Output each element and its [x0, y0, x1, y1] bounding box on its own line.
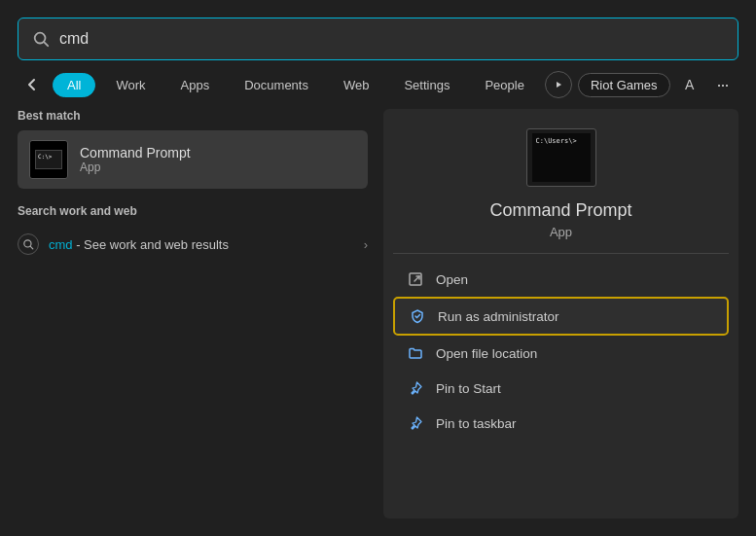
svg-line-4 [30, 246, 33, 249]
best-match-type: App [80, 161, 191, 174]
tab-work[interactable]: Work [101, 73, 160, 97]
action-pin-start-label: Pin to Start [436, 381, 501, 396]
search-work-icon [18, 233, 39, 255]
tab-settings[interactable]: Settings [389, 73, 464, 97]
search-window: cmd All Work Apps Documents Web Settings… [0, 0, 756, 536]
action-run-as-admin[interactable]: Run as administrator [393, 297, 729, 336]
svg-marker-2 [557, 82, 561, 88]
action-list: Open Run as administrator [393, 262, 729, 441]
tab-documents[interactable]: Documents [230, 73, 323, 97]
search-work-label: Search work and web [18, 204, 368, 218]
search-input[interactable]: cmd [59, 30, 724, 48]
pin-start-icon [407, 379, 424, 397]
svg-line-1 [44, 42, 48, 46]
filter-tabs: All Work Apps Documents Web Settings Peo… [0, 70, 756, 99]
cmd-icon-inner [35, 150, 62, 169]
action-pin-to-taskbar[interactable]: Pin to taskbar [393, 406, 729, 441]
shield-icon [409, 307, 426, 325]
best-match-name: Command Prompt [80, 145, 191, 161]
open-icon [407, 270, 424, 288]
right-panel: Command Prompt App Open [383, 109, 738, 518]
tab-more-options[interactable]: ··· [709, 71, 737, 98]
search-work-item[interactable]: cmd - See work and web results › [18, 228, 368, 261]
tab-font-a[interactable]: A [676, 71, 703, 98]
folder-icon [407, 344, 424, 362]
search-icon [32, 30, 50, 48]
best-match-item[interactable]: Command Prompt App [18, 130, 368, 189]
left-panel: Best match Command Prompt App Search wor… [18, 109, 368, 518]
main-content: Best match Command Prompt App Search wor… [0, 109, 756, 536]
tab-all[interactable]: All [53, 73, 95, 97]
app-type-large: App [550, 225, 572, 239]
tab-riot-games[interactable]: Riot Games [578, 73, 670, 97]
action-open-file-location[interactable]: Open file location [393, 336, 729, 371]
back-button[interactable] [18, 70, 47, 99]
more-tabs-button[interactable] [545, 71, 572, 98]
cmd-app-icon [29, 140, 68, 179]
search-bar[interactable]: cmd [18, 18, 738, 60]
divider [393, 253, 729, 254]
tab-people[interactable]: People [470, 73, 538, 97]
search-work-text: cmd - See work and web results [49, 237, 229, 252]
action-open-file-label: Open file location [436, 346, 537, 361]
action-open[interactable]: Open [393, 262, 729, 297]
pin-taskbar-icon [407, 414, 424, 432]
action-pin-to-start[interactable]: Pin to Start [393, 371, 729, 406]
app-icon-large [526, 128, 596, 187]
tab-web[interactable]: Web [329, 73, 384, 97]
tab-apps[interactable]: Apps [166, 73, 225, 97]
cmd-preview-icon [532, 133, 591, 182]
search-work-arrow: › [364, 237, 368, 252]
best-match-info: Command Prompt App [80, 145, 191, 174]
action-open-label: Open [436, 272, 468, 287]
best-match-label: Best match [18, 109, 368, 123]
action-run-admin-label: Run as administrator [438, 309, 559, 324]
action-pin-taskbar-label: Pin to taskbar [436, 416, 517, 431]
app-name-large: Command Prompt [489, 200, 631, 221]
